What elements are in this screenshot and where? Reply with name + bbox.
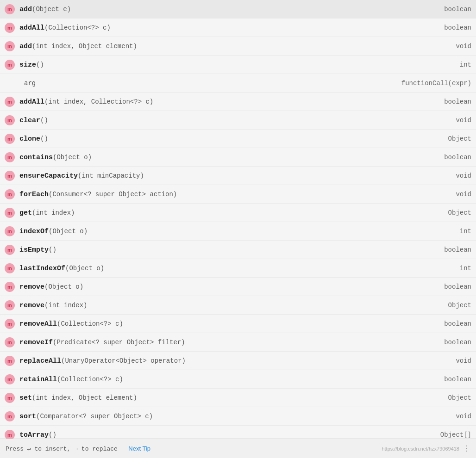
arg-type: functionCall(expr) bbox=[401, 80, 476, 87]
method-badge: m bbox=[5, 319, 15, 329]
return-type: Object bbox=[448, 135, 471, 142]
url-text: https://blog.csdn.net/hzx79069418 bbox=[382, 446, 459, 452]
method-badge: m bbox=[5, 134, 15, 144]
method-name: isEmpty() bbox=[19, 246, 56, 254]
method-name: add(Object e) bbox=[19, 5, 71, 13]
return-type: boolean bbox=[444, 339, 471, 346]
return-type: void bbox=[456, 413, 471, 420]
method-badge: m bbox=[5, 97, 15, 107]
more-icon[interactable]: ⋮ bbox=[463, 444, 470, 453]
method-badge: m bbox=[5, 245, 15, 255]
return-type: void bbox=[456, 191, 471, 198]
footer-right: https://blog.csdn.net/hzx79069418 ⋮ bbox=[382, 444, 470, 453]
method-badge: m bbox=[5, 411, 15, 421]
footer-hints: Press ↵ to insert, → to replace Next Tip bbox=[6, 445, 150, 452]
method-badge: m bbox=[5, 115, 15, 125]
list-item[interactable]: maddAll(Collection<?> c)boolean bbox=[0, 19, 476, 37]
method-name: toArray() bbox=[19, 431, 56, 439]
list-item[interactable]: mretainAll(Collection<?> c)boolean bbox=[0, 370, 476, 389]
list-item[interactable]: madd(Object e)boolean bbox=[0, 0, 476, 19]
list-item[interactable]: mforEach(Consumer<? super Object> action… bbox=[0, 185, 476, 204]
method-badge: m bbox=[5, 430, 15, 439]
list-item[interactable]: mremove(int index)Object bbox=[0, 296, 476, 315]
return-type: void bbox=[456, 172, 471, 179]
list-item[interactable]: mremoveIf(Predicate<? super Object> filt… bbox=[0, 333, 476, 352]
method-name: remove(Object o) bbox=[19, 283, 83, 291]
method-badge: m bbox=[5, 226, 15, 236]
list-item[interactable]: mremoveAll(Collection<?> c)boolean bbox=[0, 315, 476, 333]
arg-item[interactable]: argfunctionCall(expr) bbox=[0, 74, 476, 93]
method-name: addAll(int index, Collection<?> c) bbox=[19, 98, 153, 106]
footer: Press ↵ to insert, → to replace Next Tip… bbox=[0, 439, 476, 458]
list-item[interactable]: mset(int index, Object element)Object bbox=[0, 389, 476, 407]
method-badge: m bbox=[5, 60, 15, 70]
return-type: boolean bbox=[444, 98, 471, 105]
method-name: remove(int index) bbox=[19, 301, 87, 309]
method-name: set(int index, Object element) bbox=[19, 394, 137, 402]
return-type: void bbox=[456, 43, 471, 50]
method-badge: m bbox=[5, 282, 15, 292]
list-item[interactable]: mget(int index)Object bbox=[0, 204, 476, 222]
completion-list: madd(Object e)booleanmaddAll(Collection<… bbox=[0, 0, 476, 439]
list-item[interactable]: mreplaceAll(UnaryOperator<Object> operat… bbox=[0, 352, 476, 370]
method-name: contains(Object o) bbox=[19, 153, 92, 161]
return-type: Object bbox=[448, 302, 471, 309]
method-name: add(int index, Object element) bbox=[19, 42, 137, 50]
list-item[interactable]: madd(int index, Object element)void bbox=[0, 37, 476, 56]
return-type: int bbox=[460, 265, 471, 272]
method-name: lastIndexOf(Object o) bbox=[19, 264, 104, 272]
list-item[interactable]: mindexOf(Object o)int bbox=[0, 222, 476, 241]
method-name: retainAll(Collection<?> c) bbox=[19, 375, 123, 384]
return-type: boolean bbox=[444, 320, 471, 328]
method-badge: m bbox=[5, 356, 15, 366]
return-type: boolean bbox=[444, 24, 471, 31]
return-type: boolean bbox=[444, 283, 471, 291]
method-name: clone() bbox=[19, 135, 48, 143]
list-item[interactable]: mclear()void bbox=[0, 111, 476, 130]
hint-text: Press ↵ to insert, → to replace bbox=[6, 446, 118, 452]
method-name: removeAll(Collection<?> c) bbox=[19, 320, 123, 328]
return-type: void bbox=[456, 357, 471, 365]
method-badge: m bbox=[5, 374, 15, 384]
list-item[interactable]: mensureCapacity(int minCapacity)void bbox=[0, 167, 476, 185]
method-name: forEach(Consumer<? super Object> action) bbox=[19, 190, 177, 198]
method-name: get(int index) bbox=[19, 209, 75, 217]
return-type: Object[] bbox=[440, 431, 471, 439]
list-item[interactable]: maddAll(int index, Collection<?> c)boole… bbox=[0, 93, 476, 111]
method-badge: m bbox=[5, 189, 15, 199]
method-badge: m bbox=[5, 208, 15, 218]
method-badge: m bbox=[5, 263, 15, 273]
method-name: indexOf(Object o) bbox=[19, 227, 88, 235]
return-type: int bbox=[460, 228, 471, 235]
list-item[interactable]: mlastIndexOf(Object o)int bbox=[0, 259, 476, 278]
return-type: int bbox=[460, 61, 471, 68]
method-badge: m bbox=[5, 337, 15, 347]
method-badge: m bbox=[5, 23, 15, 33]
method-name: sort(Comparator<? super Object> c) bbox=[19, 412, 153, 421]
list-item[interactable]: msize()int bbox=[0, 56, 476, 74]
method-badge: m bbox=[5, 41, 15, 51]
return-type: boolean bbox=[444, 6, 471, 13]
list-item[interactable]: mremove(Object o)boolean bbox=[0, 278, 476, 296]
method-name: clear() bbox=[19, 116, 48, 124]
method-badge: m bbox=[5, 393, 15, 403]
method-badge: m bbox=[5, 171, 15, 181]
list-item[interactable]: mcontains(Object o)boolean bbox=[0, 148, 476, 167]
list-item[interactable]: misEmpty()boolean bbox=[0, 241, 476, 259]
method-badge: m bbox=[5, 4, 15, 14]
return-type: Object bbox=[448, 209, 471, 217]
method-name: ensureCapacity(int minCapacity) bbox=[19, 172, 144, 180]
method-badge: m bbox=[5, 300, 15, 310]
method-name: replaceAll(UnaryOperator<Object> operato… bbox=[19, 357, 186, 365]
return-type: boolean bbox=[444, 246, 471, 254]
list-item[interactable]: msort(Comparator<? super Object> c)void bbox=[0, 407, 476, 426]
method-badge: m bbox=[5, 152, 15, 162]
return-type: void bbox=[456, 117, 471, 124]
list-item[interactable]: mtoArray()Object[] bbox=[0, 426, 476, 439]
return-type: Object bbox=[448, 394, 471, 402]
method-name: removeIf(Predicate<? super Object> filte… bbox=[19, 338, 185, 347]
return-type: boolean bbox=[444, 376, 471, 383]
return-type: boolean bbox=[444, 154, 471, 161]
next-tip-button[interactable]: Next Tip bbox=[128, 445, 150, 452]
list-item[interactable]: mclone()Object bbox=[0, 130, 476, 148]
